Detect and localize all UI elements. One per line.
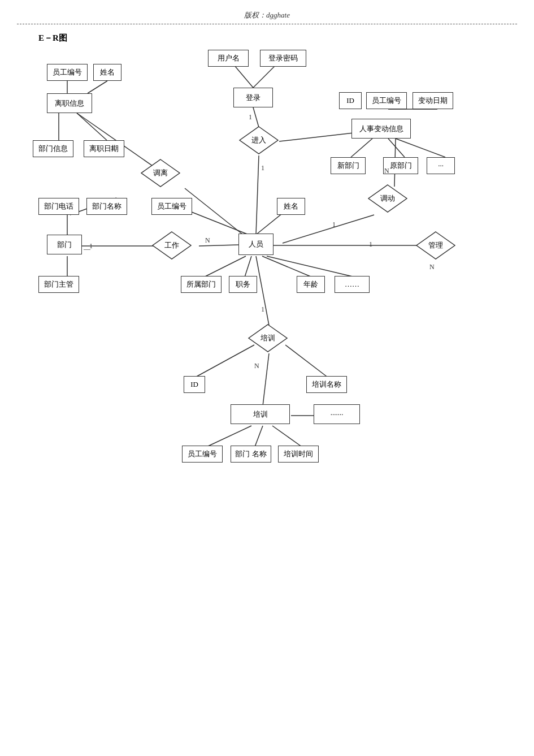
entity-new-dept: 新部门: [331, 157, 366, 174]
label-n-hr-change: N: [384, 167, 389, 175]
entity-sub-dept: 所属部门: [181, 276, 222, 293]
svg-line-11: [388, 139, 405, 157]
connector-svg: [0, 0, 534, 756]
svg-line-35: [285, 345, 328, 378]
entity-training: 培训: [231, 404, 290, 424]
label-n-manage-bottom: N: [429, 263, 435, 271]
entity-training-id: ID: [184, 376, 205, 393]
entity-emp-id-top: 员工编号: [47, 64, 88, 81]
diamond-transfer-away-label: 调离: [153, 168, 168, 178]
diamond-work: 工作: [151, 231, 192, 260]
label-1-transfer-person: 1: [332, 221, 336, 229]
svg-line-13: [253, 107, 259, 127]
svg-line-18: [283, 215, 374, 243]
entity-dept-info: 部门信息: [33, 140, 73, 157]
svg-line-24: [199, 245, 238, 246]
svg-line-12: [396, 139, 445, 157]
copyright-text: 版权：dgghate: [244, 10, 290, 20]
entity-login-pwd: 登录密码: [260, 50, 306, 67]
svg-line-3: [88, 81, 107, 93]
svg-line-15: [256, 155, 259, 235]
entity-dept-name-attr: 部门名称: [86, 198, 127, 215]
diamond-manage: 管理: [415, 231, 456, 260]
label-1-person-peixun: 1: [261, 305, 264, 314]
svg-line-29: [262, 256, 312, 277]
svg-line-33: [263, 353, 269, 406]
svg-line-37: [255, 426, 263, 447]
svg-line-32: [256, 256, 269, 325]
diamond-peixun: 培训: [248, 323, 288, 353]
entity-training-dots2: ·······: [314, 404, 360, 424]
svg-line-10: [351, 139, 372, 157]
svg-line-28: [245, 256, 251, 277]
entity-hr-change-info: 人事变动信息: [351, 119, 411, 139]
er-diagram-canvas: 版权：dgghate E－R图: [0, 0, 534, 756]
diamond-transfer-move-label: 调动: [380, 193, 395, 204]
entity-dept-phone: 部门电话: [38, 198, 79, 215]
label-n-peixun-training: N: [254, 362, 259, 370]
entity-job-title: 职务: [229, 276, 257, 293]
entity-age: 年龄: [297, 276, 325, 293]
svg-line-38: [272, 426, 302, 447]
entity-training-name: 培训名称: [306, 376, 347, 393]
label-1-person-manage: 1: [369, 240, 372, 249]
svg-line-27: [204, 256, 246, 277]
label-dash-dept: —: [84, 245, 90, 253]
diamond-manage-label: 管理: [428, 240, 443, 250]
entity-person: 人员: [238, 234, 273, 255]
entity-name-mid: 姓名: [277, 198, 305, 215]
entity-resign-info: 离职信息: [47, 93, 92, 113]
entity-resign-date: 离职日期: [84, 140, 124, 157]
svg-line-30: [267, 256, 355, 277]
svg-line-5: [77, 113, 107, 140]
entity-person-dots: ……: [335, 276, 370, 293]
svg-line-16: [185, 188, 243, 235]
entity-hr-dots: ···: [427, 157, 455, 174]
svg-line-34: [194, 345, 254, 378]
entity-emp-id-bot: 员工编号: [182, 446, 223, 463]
diamond-transfer-move: 调动: [367, 184, 408, 213]
entity-dept-name-bot: 部门 名称: [231, 446, 271, 463]
svg-line-36: [207, 426, 251, 447]
label-1-login-enter: 1: [249, 113, 252, 122]
er-title: E－R图: [38, 33, 67, 44]
diamond-work-label: 工作: [164, 240, 179, 250]
entity-name-top: 姓名: [93, 64, 121, 81]
entity-hr-emp-id: 员工编号: [366, 92, 407, 109]
entity-hr-id: ID: [339, 92, 362, 109]
label-1-enter-person: 1: [261, 164, 264, 172]
diamond-transfer-away: 调离: [140, 158, 181, 188]
entity-login: 登录: [233, 88, 273, 107]
entity-dept-head: 部门主管: [38, 276, 79, 293]
diamond-enter: 进入: [238, 126, 279, 155]
entity-username: 用户名: [208, 50, 249, 67]
divider-line: [17, 24, 517, 24]
label-n-work-person: N: [205, 236, 210, 245]
entity-emp-id-mid: 员工编号: [151, 198, 192, 215]
entity-training-time: 培训时间: [278, 446, 319, 463]
label-1-resign-transfer: 1: [110, 144, 114, 153]
diamond-enter-label: 进入: [251, 135, 266, 145]
entity-dept: 部门: [47, 235, 82, 254]
entity-hr-change-date: 变动日期: [413, 92, 453, 109]
diamond-peixun-label: 培训: [261, 333, 275, 343]
